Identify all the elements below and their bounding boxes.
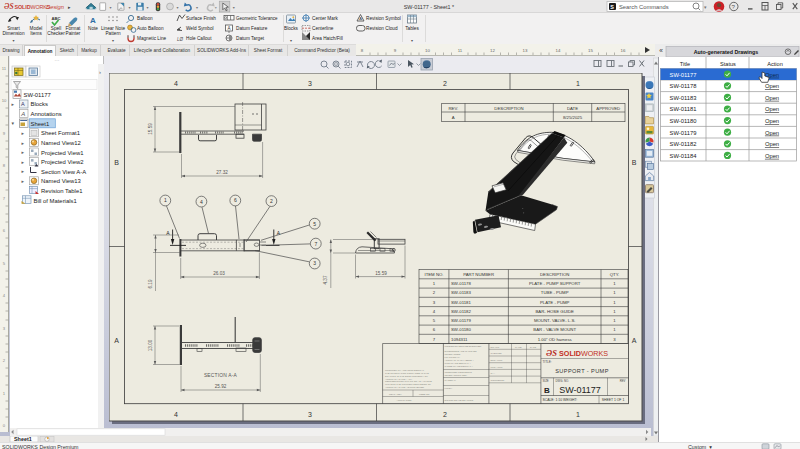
svg-text:Balloon: Balloon: [137, 16, 153, 21]
svg-text:4.37: 4.37: [323, 275, 328, 284]
svg-text:Revision Table1: Revision Table1: [41, 188, 82, 194]
svg-text:Open: Open: [765, 95, 779, 101]
svg-text:SW-01179: SW-01179: [670, 130, 697, 136]
svg-text:Named View12: Named View12: [41, 140, 81, 146]
svg-text:Open: Open: [765, 106, 779, 112]
svg-text:9: 9: [394, 48, 397, 53]
svg-text:SW-01178: SW-01178: [451, 281, 472, 286]
svg-text:Annotations: Annotations: [31, 111, 62, 117]
svg-text:Hole Callout: Hole Callout: [186, 36, 212, 41]
svg-text:▸: ▸: [22, 149, 25, 155]
svg-text:26.03: 26.03: [213, 271, 225, 276]
svg-text:UNLESS OTHERWISE SPECIFIED:: UNLESS OTHERWISE SPECIFIED:: [445, 345, 482, 347]
svg-text:TITLE:: TITLE:: [543, 360, 552, 364]
svg-text:▾: ▾: [290, 38, 292, 43]
svg-text:SW-01182: SW-01182: [451, 309, 472, 314]
svg-text:Sheet Format1: Sheet Format1: [41, 130, 80, 136]
svg-text:B: B: [114, 159, 119, 166]
svg-text:2: 2: [443, 411, 447, 418]
svg-text:Items: Items: [30, 31, 42, 36]
svg-text:Dimension: Dimension: [2, 31, 25, 36]
svg-text:10: 10: [2, 98, 7, 103]
svg-text:Action: Action: [767, 61, 783, 67]
svg-text:PROPRIETARY AND CONFIDENTIAL: PROPRIETARY AND CONFIDENTIAL: [385, 369, 425, 371]
svg-text:SOLIDWORKS: SOLIDWORKS: [559, 349, 608, 358]
svg-text:Search Commands: Search Commands: [619, 4, 669, 10]
svg-text:A: A: [20, 111, 25, 117]
svg-text:SW-01181: SW-01181: [670, 106, 697, 112]
svg-text:SW-01178: SW-01178: [670, 83, 697, 89]
svg-text:SW-01180: SW-01180: [451, 327, 472, 332]
svg-text:13: 13: [523, 48, 528, 53]
svg-text:3: 3: [308, 80, 312, 87]
svg-text:Checker: Checker: [47, 31, 65, 36]
svg-text:SW-01181: SW-01181: [451, 300, 472, 305]
svg-text:QTY.: QTY.: [610, 272, 619, 277]
svg-text:REV: REV: [620, 379, 626, 383]
svg-text:DRAWN: DRAWN: [491, 346, 500, 348]
svg-text:TOLERANCES:: TOLERANCES:: [445, 353, 462, 355]
svg-text:2: 2: [443, 80, 447, 87]
svg-text:10: 10: [425, 48, 430, 53]
svg-text:▾: ▾: [12, 120, 15, 126]
svg-text:Blocks: Blocks: [284, 26, 298, 31]
svg-text:SW-01177: SW-01177: [24, 92, 51, 98]
svg-text:▾: ▾: [147, 5, 149, 10]
svg-text:SW-01179: SW-01179: [451, 318, 472, 323]
svg-text:Open: Open: [765, 130, 779, 136]
svg-text:▾: ▾: [411, 38, 413, 43]
svg-text:Bill of Materials1: Bill of Materials1: [34, 198, 77, 204]
svg-text:Magnetic Line: Magnetic Line: [137, 36, 167, 41]
svg-text:Centerline: Centerline: [312, 26, 334, 31]
svg-text:5: 5: [3, 261, 6, 266]
svg-text:▾: ▾: [12, 38, 14, 43]
svg-text:▾: ▾: [177, 5, 179, 10]
svg-text:ӘS: ӘS: [4, 2, 14, 11]
svg-text:REV.: REV.: [448, 106, 458, 111]
svg-text:A: A: [452, 115, 455, 120]
svg-text:Open: Open: [765, 118, 779, 124]
svg-text:SIZE: SIZE: [543, 379, 549, 383]
svg-text:A: A: [632, 337, 637, 344]
svg-text:Sheet1: Sheet1: [31, 121, 50, 127]
svg-text:▾: ▾: [112, 38, 114, 43]
svg-text:BAR - VALVE MOUNT: BAR - VALVE MOUNT: [533, 327, 576, 332]
svg-text:SUPPORT - PUMP: SUPPORT - PUMP: [555, 368, 609, 374]
svg-text:SHEET 1 OF 1: SHEET 1 OF 1: [602, 398, 625, 402]
svg-text:NEXT ASSY: NEXT ASSY: [389, 393, 402, 395]
svg-text:8/25/2025: 8/25/2025: [563, 115, 583, 120]
svg-text:1: 1: [164, 197, 167, 203]
svg-text:15.59: 15.59: [375, 271, 387, 276]
svg-text:Painter: Painter: [66, 31, 81, 36]
svg-text:COMMENTS:: COMMENTS:: [491, 379, 505, 381]
svg-text:A: A: [227, 26, 230, 31]
svg-text:▸: ▸: [22, 159, 25, 165]
svg-text:▾: ▾: [129, 5, 131, 10]
svg-text:INTERPRET GEOMETRIC: INTERPRET GEOMETRIC: [445, 371, 473, 373]
svg-text:Auto Balloon: Auto Balloon: [137, 26, 164, 31]
svg-text:3: 3: [313, 260, 316, 266]
svg-text:4: 4: [174, 80, 178, 87]
svg-text:Surface Finish: Surface Finish: [186, 16, 216, 21]
svg-text:SECTION A-A: SECTION A-A: [204, 373, 238, 378]
svg-text:Weld Symbol: Weld Symbol: [186, 26, 214, 31]
svg-text:15: 15: [588, 48, 593, 53]
svg-text:▾: ▾: [215, 5, 217, 10]
svg-text:16: 16: [621, 48, 626, 53]
svg-text:8: 8: [3, 163, 6, 168]
svg-text:SW-01177: SW-01177: [559, 385, 601, 395]
svg-text:›: ›: [99, 69, 101, 75]
svg-text:2: 2: [3, 358, 6, 363]
svg-text:SW-01184: SW-01184: [670, 153, 698, 159]
svg-text:Tables: Tables: [405, 26, 419, 31]
svg-text:7: 7: [3, 196, 6, 201]
svg-text:A: A: [21, 101, 25, 107]
svg-text:<COMPANY NAME> IS PROHIBITED.: <COMPANY NAME> IS PROHIBITED.: [385, 386, 425, 388]
svg-text:8: 8: [361, 48, 364, 53]
svg-text:7: 7: [314, 241, 317, 247]
svg-text:PART NUMBER: PART NUMBER: [463, 272, 494, 277]
svg-text:4: 4: [200, 199, 203, 205]
svg-text:DESCRIPTION: DESCRIPTION: [494, 106, 523, 111]
svg-text:FINISH: FINISH: [445, 387, 453, 389]
svg-text:4: 4: [3, 293, 6, 298]
